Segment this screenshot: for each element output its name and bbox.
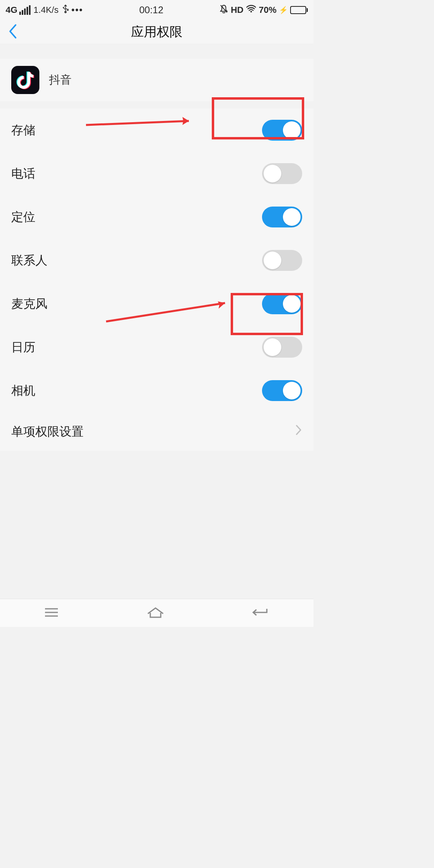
permission-row: 麦克风	[0, 282, 313, 326]
mute-icon	[219, 4, 228, 16]
permission-label: 存储	[11, 122, 35, 139]
nav-home-button[interactable]	[146, 606, 165, 620]
permission-list: 存储电话定位联系人麦克风日历相机	[0, 108, 313, 412]
status-right: HD 70% ⚡	[219, 4, 308, 16]
hd-label: HD	[231, 5, 244, 15]
title-bar: 应用权限	[0, 20, 313, 44]
usb-icon	[62, 4, 69, 16]
permission-row: 相机	[0, 369, 313, 412]
status-time: 00:12	[83, 4, 219, 16]
permission-row: 存储	[0, 108, 313, 152]
nav-back-button[interactable]	[252, 606, 270, 620]
permission-toggle[interactable]	[262, 120, 302, 141]
permission-row: 电话	[0, 152, 313, 195]
app-info-row: 抖音	[0, 59, 313, 101]
battery-icon	[290, 6, 308, 14]
permission-label: 定位	[11, 209, 35, 225]
page-title: 应用权限	[131, 23, 182, 41]
wifi-icon	[246, 5, 256, 15]
permission-label: 相机	[11, 383, 35, 399]
permission-toggle[interactable]	[262, 293, 302, 314]
permission-label: 日历	[11, 339, 35, 356]
permission-label: 联系人	[11, 252, 47, 269]
svg-point-1	[250, 11, 252, 12]
nav-recent-button[interactable]	[43, 606, 59, 620]
permission-row: 日历	[0, 326, 313, 369]
back-button[interactable]	[8, 23, 18, 41]
app-icon-douyin	[11, 66, 39, 94]
permission-label: 电话	[11, 166, 35, 182]
permission-toggle[interactable]	[262, 250, 302, 271]
permission-toggle[interactable]	[262, 337, 302, 358]
charge-icon: ⚡	[279, 6, 288, 14]
more-icon: •••	[72, 5, 83, 15]
permission-row: 联系人	[0, 239, 313, 282]
chevron-right-icon	[295, 424, 302, 439]
network-type: 4G	[6, 5, 17, 15]
individual-permission-link[interactable]: 单项权限设置	[0, 412, 313, 451]
permission-label: 麦克风	[11, 296, 47, 312]
permission-toggle[interactable]	[262, 163, 302, 184]
permission-toggle[interactable]	[262, 207, 302, 227]
status-bar: 4G 1.4K/s ••• 00:12 HD 70% ⚡	[0, 0, 313, 20]
permission-toggle[interactable]	[262, 380, 302, 401]
permission-row: 定位	[0, 195, 313, 239]
signal-icon	[19, 5, 31, 15]
battery-pct: 70%	[259, 5, 276, 15]
net-speed: 1.4K/s	[33, 5, 58, 15]
system-nav-bar	[0, 599, 313, 627]
link-label: 单项权限设置	[11, 424, 84, 440]
app-name: 抖音	[49, 72, 72, 88]
status-left: 4G 1.4K/s •••	[6, 4, 83, 16]
